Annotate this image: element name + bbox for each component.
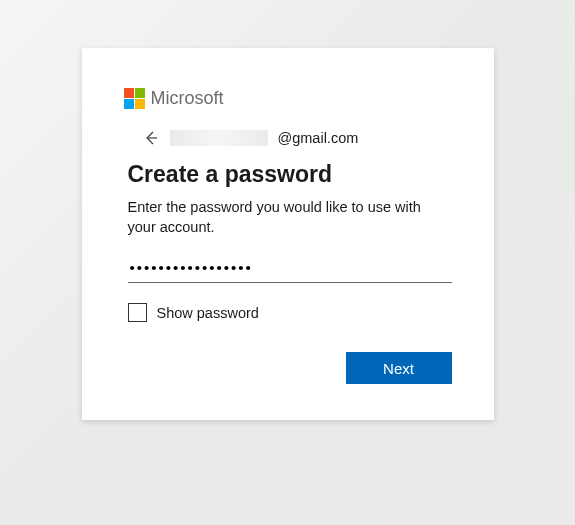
password-input[interactable] bbox=[128, 255, 452, 283]
brand-name: Microsoft bbox=[151, 88, 224, 109]
brand-row: Microsoft bbox=[124, 88, 452, 109]
microsoft-logo-icon bbox=[124, 88, 145, 109]
next-button[interactable]: Next bbox=[346, 352, 452, 384]
page-subtext: Enter the password you would like to use… bbox=[128, 198, 452, 237]
back-arrow-icon[interactable] bbox=[142, 129, 160, 147]
show-password-row[interactable]: Show password bbox=[128, 303, 452, 322]
button-row: Next bbox=[124, 352, 452, 384]
page-title: Create a password bbox=[128, 161, 452, 188]
dialog-card: Microsoft @gmail.com Create a password E… bbox=[82, 48, 494, 420]
identity-username-redacted bbox=[170, 130, 268, 146]
identity-domain: @gmail.com bbox=[278, 130, 359, 146]
show-password-label: Show password bbox=[157, 305, 259, 321]
identity-row: @gmail.com bbox=[124, 129, 452, 147]
show-password-checkbox[interactable] bbox=[128, 303, 147, 322]
